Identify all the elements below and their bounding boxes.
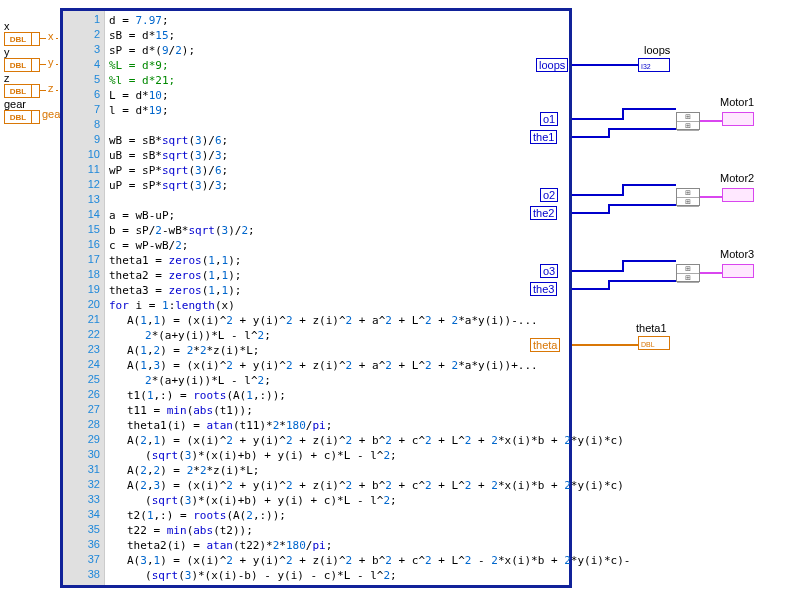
wire-o3 [572,270,622,272]
output-loops-terminal[interactable]: I32 [638,58,670,72]
input-x-terminal[interactable]: DBL [4,32,32,46]
tunnel-the2-label: the2 [530,206,557,220]
tunnel-o3-label: o3 [540,264,558,278]
mathscript-node[interactable]: 1234567891011121314151617181920212223242… [60,8,572,588]
build-cluster-3[interactable]: ⊞⊞ [676,264,700,282]
input-z-label: z [4,72,10,84]
output-motor1-label: Motor1 [720,96,754,108]
output-motor2-terminal[interactable] [722,188,754,202]
output-motor1-terminal[interactable] [722,112,754,126]
tunnel-z-label: z [46,82,56,94]
output-loops-label: loops [644,44,670,56]
tunnel-loops-label: loops [536,58,568,72]
wire-motor2 [700,196,722,198]
input-x-label: x [4,20,10,32]
input-gear-label: gear [4,98,26,110]
tunnel-o2-label: o2 [540,188,558,202]
output-motor3-label: Motor3 [720,248,754,260]
wire-the3-h2 [608,280,676,282]
input-gear-terminal[interactable]: DBL [4,110,32,124]
input-y-terminal[interactable]: DBL [4,58,32,72]
input-x-arrow [32,32,40,46]
wire-motor1 [700,120,722,122]
tunnel-y-label: y [46,56,56,68]
build-cluster-1[interactable]: ⊞⊞ [676,112,700,130]
build-cluster-2[interactable]: ⊞⊞ [676,188,700,206]
wire-theta [572,344,638,346]
wire-o1 [572,118,622,120]
wire-o1-h2 [622,108,676,110]
wire-the1-h2 [608,128,676,130]
wire-motor3 [700,272,722,274]
line-number-gutter: 1234567891011121314151617181920212223242… [63,11,105,585]
wire-o2 [572,194,622,196]
tunnel-the1-label: the1 [530,130,557,144]
input-z-arrow [32,84,40,98]
input-gear-arrow [32,110,40,124]
tunnel-x-label: x [46,30,56,42]
wire-the1-h1 [572,136,608,138]
tunnel-theta-label: theta [530,338,560,352]
wire-the3-h1 [572,288,608,290]
wire-loops [572,64,638,66]
wire-o3-h2 [622,260,676,262]
output-theta1-terminal[interactable]: DBL [638,336,670,350]
tunnel-o1-label: o1 [540,112,558,126]
tunnel-the3-label: the3 [530,282,557,296]
code-editor[interactable]: d = 7.97;sB = d*15;sP = d*(9/2);%L = d*9… [109,11,569,585]
input-y-arrow [32,58,40,72]
wire-the2-h2 [608,204,676,206]
output-motor2-label: Motor2 [720,172,754,184]
input-y-label: y [4,46,10,58]
input-z-terminal[interactable]: DBL [4,84,32,98]
wire-o2-h2 [622,184,676,186]
output-motor3-terminal[interactable] [722,264,754,278]
output-theta1-label: theta1 [636,322,667,334]
wire-the2-h1 [572,212,608,214]
